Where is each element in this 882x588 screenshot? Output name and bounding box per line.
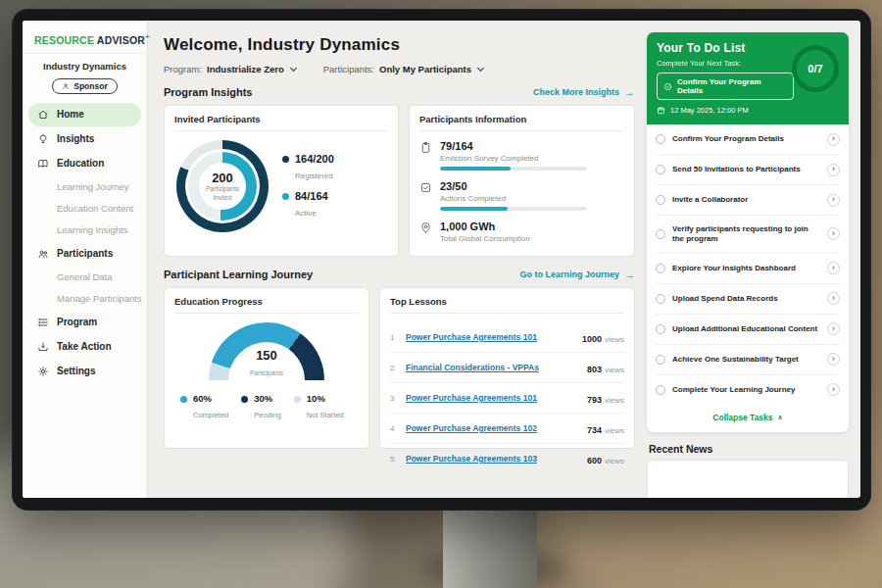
task-checkbox[interactable] — [656, 229, 665, 239]
task-item-complete-learning-journey[interactable]: Complete Your Learning Journey › — [656, 375, 840, 405]
sidebar-item-learning-journey[interactable]: Learning Journey — [23, 176, 147, 198]
gauge-center-label: Participants — [250, 369, 283, 376]
legend-item-not-started: 10% Not Started — [294, 393, 344, 421]
sidebar-item-label: General Data — [57, 271, 113, 282]
sidebar-item-label: Learning Insights — [57, 224, 127, 235]
stat-actions-completed: 23/50 Actions Completed — [419, 180, 624, 211]
sidebar-item-education[interactable]: Education — [28, 152, 141, 175]
clipboard-icon — [419, 141, 432, 154]
education-progress-gauge-chart: 150 Participants — [209, 322, 324, 380]
lesson-link[interactable]: Power Purchase Agreements 102 — [406, 423, 579, 433]
chevron-right-icon[interactable]: › — [827, 133, 840, 146]
legend-dot — [282, 156, 289, 163]
sidebar-item-take-action[interactable]: Take Action — [28, 335, 141, 359]
sidebar-item-insights[interactable]: Insights — [28, 127, 141, 151]
go-to-learning-journey-link[interactable]: Go to Learning Journey → — [519, 269, 635, 280]
task-checkbox[interactable] — [656, 264, 665, 273]
chevron-right-icon[interactable]: › — [827, 164, 840, 176]
task-checkbox[interactable] — [656, 165, 665, 174]
sidebar-item-label: Settings — [57, 366, 95, 376]
participants-information-card-title: Participants Information — [419, 114, 624, 131]
sidebar-item-program[interactable]: Program — [28, 311, 141, 334]
task-item-send-invitations[interactable]: Send 50 Invitations to Participants › — [656, 155, 840, 185]
chevron-right-icon[interactable]: › — [827, 227, 840, 240]
screen: RESOURCE ADVISOR+ Industry Dynamics Spon… — [23, 21, 860, 498]
legend-dot — [180, 396, 187, 403]
stat-global-consumption: 1,000 GWh Total Global Consumption — [419, 220, 624, 247]
recent-news-card — [647, 460, 849, 498]
task-item-invite-collaborator[interactable]: Invite a Collaborator › — [656, 185, 840, 216]
chevron-right-icon[interactable]: › — [827, 322, 840, 335]
todo-panel: Your To Do List Complete Your Next Task:… — [645, 21, 860, 498]
task-item-upload-spend-data[interactable]: Upload Spend Data Records › — [656, 284, 840, 315]
task-item-verify-participants[interactable]: Verify participants requesting to join t… — [656, 216, 840, 254]
task-item-confirm-program[interactable]: Confirm Your Program Details › — [656, 124, 840, 155]
lesson-link[interactable]: Power Purchase Agreements 101 — [406, 332, 574, 342]
arrow-right-icon: → — [624, 269, 635, 280]
donut-legend: 164/200 Registered 84/164 Active — [282, 145, 334, 227]
education-progress-card: Education Progress 150 Participants — [164, 287, 369, 449]
task-checkbox[interactable] — [656, 134, 665, 144]
page-title: Welcome, Industry Dynamics — [164, 35, 635, 55]
sidebar-item-label: Take Action — [57, 341, 112, 352]
collapse-tasks-link[interactable]: Collapse Tasks ∧ — [656, 405, 840, 432]
sidebar-nav: Home Insights Education Learning Journey — [23, 103, 147, 383]
task-checkbox[interactable] — [656, 385, 665, 395]
sidebar-item-settings[interactable]: Settings — [28, 360, 141, 383]
check-more-insights-link[interactable]: Check More Insights → — [533, 86, 635, 98]
sidebar-item-home[interactable]: Home — [28, 103, 141, 126]
lesson-link[interactable]: Power Purchase Agreements 103 — [406, 454, 579, 464]
sidebar-item-label: Participants — [57, 248, 113, 259]
invited-participants-card: Invited Participants 200 Participants In… — [164, 105, 399, 257]
participants-icon — [37, 248, 49, 260]
task-checkbox[interactable] — [656, 294, 665, 304]
lesson-link[interactable]: Financial Considerations - VPPAs — [406, 363, 579, 372]
sponsor-icon — [62, 82, 70, 90]
task-item-explore-insights[interactable]: Explore Your Insights Dashboard › — [656, 254, 840, 284]
chevron-right-icon[interactable]: › — [827, 292, 840, 305]
chevron-down-icon — [290, 65, 297, 72]
participants-filter-value: Only My Participants — [379, 64, 471, 74]
donut-center-value: 200 — [212, 171, 233, 185]
task-list: Confirm Your Program Details › Send 50 I… — [647, 124, 849, 432]
sidebar-item-education-content[interactable]: Education Content — [23, 198, 147, 220]
sidebar-item-label: Home — [57, 109, 84, 120]
logo-resource: RESOURCE — [34, 34, 94, 46]
chevron-right-icon[interactable]: › — [827, 262, 840, 274]
sidebar-item-general-data[interactable]: General Data — [23, 267, 147, 288]
sidebar-item-label: Insights — [57, 133, 94, 144]
task-checkbox[interactable] — [656, 195, 665, 205]
sidebar-item-manage-participants[interactable]: Manage Participants — [23, 288, 147, 310]
legend-item-pending: 30% Pending — [241, 393, 281, 421]
chevron-right-icon[interactable]: › — [827, 353, 840, 366]
task-item-upload-educational-content[interactable]: Upload Additional Educational Content › — [656, 315, 840, 345]
task-checkbox[interactable] — [656, 324, 665, 334]
task-item-achieve-target[interactable]: Achieve One Sustainability Target › — [656, 345, 840, 375]
legend-item-completed: 60% Completed — [180, 393, 228, 421]
sidebar-item-label: Education — [57, 158, 104, 169]
sidebar-item-label: Learning Journey — [57, 181, 128, 192]
participants-filter-dropdown[interactable]: Participants: Only My Participants — [323, 64, 483, 74]
book-icon — [37, 158, 49, 170]
chevron-right-icon[interactable]: › — [827, 194, 840, 207]
lesson-row: 2 Financial Considerations - VPPAs 803vi… — [390, 353, 624, 383]
lesson-link[interactable]: Power Purchase Agreements 101 — [406, 393, 579, 403]
sidebar-item-learning-insights[interactable]: Learning Insights — [23, 220, 147, 241]
app-logo: RESOURCE ADVISOR+ — [23, 28, 147, 54]
program-filter-dropdown[interactable]: Program: Industrialize Zero — [164, 64, 296, 74]
chevron-right-icon[interactable]: › — [827, 383, 840, 396]
arrow-right-icon: → — [624, 86, 635, 98]
sponsor-badge: Sponsor — [52, 78, 117, 94]
lesson-row: 1 Power Purchase Agreements 101 1000view… — [390, 322, 624, 353]
chevron-down-icon — [477, 65, 484, 72]
check-square-icon — [419, 181, 432, 194]
legend-dot — [282, 193, 289, 200]
logo-advisor: ADVISOR — [97, 34, 145, 46]
sidebar-item-participants[interactable]: Participants — [28, 242, 141, 266]
next-task-button[interactable]: Confirm Your Program Details — [657, 73, 794, 100]
stat-emission-survey: 79/164 Emission Survey Completed — [419, 140, 624, 171]
take-action-icon — [37, 341, 49, 353]
task-checkbox[interactable] — [656, 355, 665, 365]
program-insights-title: Program Insights — [164, 86, 252, 98]
gear-icon — [37, 366, 49, 377]
